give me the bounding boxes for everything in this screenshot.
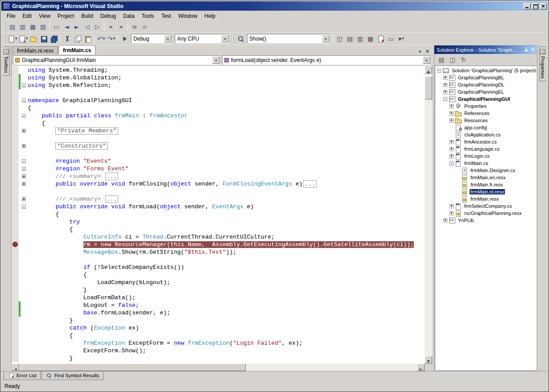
properties-tab[interactable]: Properties xyxy=(539,46,546,81)
breakpoint-margin[interactable] xyxy=(12,150,19,157)
copy-button[interactable] xyxy=(72,34,83,44)
toolbar-options-button[interactable]: ▾▾ xyxy=(396,34,406,44)
types-dropdown[interactable]: GraphicalPlanningGUI.frmMain xyxy=(13,55,220,65)
breakpoint-margin[interactable] xyxy=(12,188,19,195)
code-text[interactable]: base.formLoad(sender, e); xyxy=(28,309,425,317)
menu-view[interactable]: View xyxy=(35,12,54,21)
tree-item[interactable]: frmMain.Designer.cs xyxy=(435,167,536,174)
menu-build[interactable]: Build xyxy=(78,12,97,21)
code-text[interactable]: catch (Exception ex) xyxy=(28,324,425,332)
tree-expand-icon[interactable]: + xyxy=(450,140,454,144)
navigate-backward-button[interactable]: ◄ xyxy=(62,22,72,32)
platform-dropdown-button[interactable] xyxy=(221,35,229,42)
breakpoint-margin[interactable] xyxy=(12,157,19,165)
code-text[interactable] xyxy=(28,256,425,264)
breakpoint-margin[interactable] xyxy=(12,279,19,286)
menu-test[interactable]: Test xyxy=(158,12,175,21)
auto-hide-pin-button[interactable] xyxy=(523,47,529,53)
fold-collapse-icon[interactable]: - xyxy=(22,167,26,171)
vertical-scroll-track[interactable] xyxy=(425,74,432,356)
fold-expand-icon[interactable]: + xyxy=(22,182,26,186)
code-text[interactable]: using System.Threading; xyxy=(28,66,425,74)
tree-collapse-icon[interactable]: - xyxy=(450,161,454,165)
code-text[interactable]: bLogout = false; xyxy=(28,301,425,309)
tree-expand-icon[interactable]: + xyxy=(450,147,454,151)
se-show-all-files-button[interactable]: ◫ xyxy=(447,55,458,65)
breakpoint-margin[interactable] xyxy=(12,339,19,347)
maximize-button[interactable] xyxy=(532,3,539,9)
breakpoint-margin[interactable] xyxy=(12,317,19,324)
menu-data[interactable]: Data xyxy=(120,12,138,21)
fold-expand-icon[interactable]: + xyxy=(22,129,26,133)
save-button[interactable] xyxy=(38,34,49,44)
code-text[interactable]: /// <summary> ... xyxy=(28,195,425,203)
decrease-indent-button[interactable]: « xyxy=(106,22,116,32)
breakpoint-margin[interactable] xyxy=(12,165,19,173)
vertical-scroll-thumb[interactable] xyxy=(425,76,432,99)
open-file-button[interactable] xyxy=(28,34,38,44)
save-all-button[interactable] xyxy=(49,34,59,44)
menu-tools[interactable]: Tools xyxy=(138,12,158,21)
code-text[interactable]: } xyxy=(28,317,425,324)
code-text[interactable]: LoadFormData(); xyxy=(28,294,425,301)
scroll-up-button[interactable] xyxy=(425,66,432,74)
toolbox-tab[interactable]: Toolbox xyxy=(3,46,10,76)
close-panel-button[interactable] xyxy=(529,47,536,53)
code-text[interactable]: #region "Forms Event" xyxy=(28,165,425,173)
breakpoint-margin[interactable] xyxy=(12,286,19,294)
tree-item[interactable]: +frmSelectCompany.cs xyxy=(435,202,536,210)
breakpoint-margin[interactable] xyxy=(12,74,19,82)
breakpoint-margin[interactable] xyxy=(12,120,19,127)
outline-mode-button[interactable]: ▧ xyxy=(38,22,48,32)
horizontal-scroll-track[interactable] xyxy=(19,363,417,371)
tree-collapse-icon[interactable]: - xyxy=(443,97,447,101)
breakpoint-margin[interactable] xyxy=(12,203,19,210)
breakpoint-margin[interactable] xyxy=(12,104,19,112)
code-text[interactable] xyxy=(28,89,425,97)
tree-expand-icon[interactable]: + xyxy=(450,104,454,108)
toolbar-grip[interactable] xyxy=(232,35,234,42)
object-browser-button[interactable]: ▥ xyxy=(355,34,365,44)
breakpoint-margin[interactable] xyxy=(12,324,19,332)
tree-item[interactable]: -GraphicalPlanningGUI xyxy=(435,95,536,103)
tree-item[interactable]: +frmLogin.cs xyxy=(435,153,536,160)
breakpoint-margin[interactable] xyxy=(12,112,19,120)
breakpoint-margin[interactable] xyxy=(12,294,19,301)
member-list-button[interactable]: ▤ xyxy=(7,22,17,32)
tree-expand-icon[interactable]: + xyxy=(443,90,447,94)
breakpoint-margin[interactable] xyxy=(12,233,19,241)
vertical-scrollbar[interactable] xyxy=(425,66,432,363)
code-text[interactable]: #region "Events" xyxy=(28,157,425,165)
undo-button[interactable]: ↶▾ xyxy=(96,34,106,44)
tree-item[interactable]: app.config xyxy=(435,124,536,131)
uncomment-selection-button[interactable]: ≡ xyxy=(140,22,150,32)
tree-item[interactable]: +GraphicalPlanningEL xyxy=(435,88,536,95)
code-text[interactable]: { xyxy=(28,104,425,112)
tree-item[interactable]: +Resources xyxy=(435,117,536,124)
code-text[interactable]: { xyxy=(28,332,425,339)
code-text[interactable]: { xyxy=(28,271,425,279)
code-text[interactable]: } xyxy=(28,286,425,294)
code-text[interactable]: try xyxy=(28,218,425,226)
toolbar-grip[interactable] xyxy=(4,35,5,42)
breakpoint-margin[interactable] xyxy=(12,248,19,256)
tree-expand-icon[interactable]: + xyxy=(443,219,447,223)
members-dropdown-button[interactable] xyxy=(423,56,430,64)
document-tab[interactable]: frmMain.cs xyxy=(58,45,95,54)
code-text[interactable]: if (!SelectedCompanyExists()) xyxy=(28,264,425,271)
code-text[interactable]: rm = new ResourceManager(this.Name, Asse… xyxy=(28,241,425,248)
tree-expand-icon[interactable]: + xyxy=(450,211,454,215)
breakpoint-margin[interactable] xyxy=(12,135,19,142)
breakpoint-margin[interactable] xyxy=(12,173,19,180)
breakpoint-margin[interactable] xyxy=(12,332,19,339)
code-text[interactable]: { xyxy=(28,210,425,218)
tree-item[interactable]: frmMain.nl.resx xyxy=(435,188,536,195)
menu-file[interactable]: File xyxy=(3,12,19,21)
find-combobox[interactable]: Show() xyxy=(247,34,330,43)
tree-item[interactable]: +References xyxy=(435,110,536,117)
code-text[interactable]: using System.Globalization; xyxy=(28,74,425,82)
menu-edit[interactable]: Edit xyxy=(19,12,35,21)
scroll-right-button[interactable] xyxy=(417,363,425,371)
breakpoint-margin[interactable] xyxy=(12,82,19,89)
code-text[interactable]: public override void formLoad(object sen… xyxy=(28,203,425,210)
